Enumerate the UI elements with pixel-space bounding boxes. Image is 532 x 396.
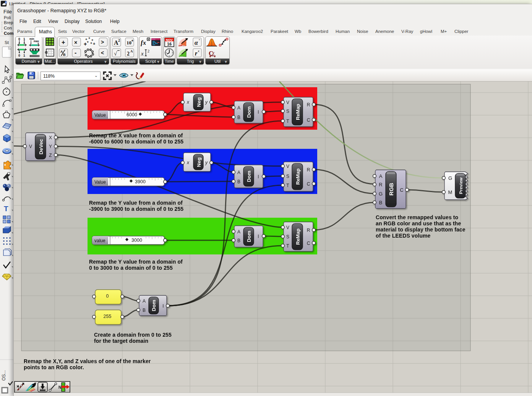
svg-text:Dom: Dom bbox=[246, 106, 252, 118]
svg-text:0: 0 bbox=[106, 293, 109, 299]
svg-text:S: S bbox=[286, 109, 289, 114]
svg-text:A: A bbox=[237, 170, 240, 175]
svg-text:B: B bbox=[237, 115, 240, 120]
svg-text:X: X bbox=[49, 135, 52, 140]
svg-text:2: 2 bbox=[118, 38, 120, 42]
svg-text:a: a bbox=[131, 38, 133, 42]
svg-text:an RGB color and use that as t: an RGB color and use that as the bbox=[376, 220, 461, 227]
svg-text:RGB: RGB bbox=[388, 183, 394, 196]
svg-text:G: G bbox=[379, 191, 383, 197]
svg-text:Dom: Dom bbox=[151, 300, 157, 311]
svg-text:-3900 to 3900 to a domain of 0: -3900 to 3900 to a domain of 0 to 255 bbox=[89, 206, 183, 212]
svg-text:Remap the Y value from a domai: Remap the Y value from a domain of bbox=[89, 259, 183, 265]
svg-text:St: St bbox=[5, 40, 9, 45]
svg-text:10: 10 bbox=[127, 40, 131, 46]
svg-text:I: I bbox=[162, 303, 164, 309]
svg-text:>: > bbox=[101, 39, 104, 45]
svg-text:2: 2 bbox=[148, 49, 149, 53]
svg-text:Value: Value bbox=[94, 179, 106, 185]
svg-text:OS...: OS... bbox=[1, 370, 6, 381]
svg-text:fx: fx bbox=[141, 39, 146, 46]
svg-text:S: S bbox=[286, 234, 289, 240]
svg-text:Brep: Brep bbox=[4, 20, 13, 25]
svg-text:M: M bbox=[448, 189, 453, 195]
svg-text:+: + bbox=[90, 41, 92, 45]
svg-text:α: α bbox=[195, 39, 198, 46]
svg-text:A: A bbox=[237, 105, 240, 111]
svg-text:Com: Com bbox=[4, 31, 14, 36]
svg-text:255: 255 bbox=[104, 314, 112, 319]
svg-text:°: ° bbox=[199, 38, 200, 42]
svg-text:value: value bbox=[94, 238, 105, 243]
svg-text:Y: Y bbox=[49, 144, 52, 149]
svg-text:y: y bbox=[205, 99, 208, 105]
svg-text:I: I bbox=[258, 109, 259, 115]
svg-text:DeVec: DeVec bbox=[38, 139, 44, 155]
svg-text:C: C bbox=[307, 241, 310, 246]
svg-text:Con: Con bbox=[4, 26, 12, 30]
svg-text:V: V bbox=[286, 164, 289, 169]
svg-text:+: + bbox=[62, 39, 65, 46]
svg-text:<: < bbox=[101, 50, 104, 56]
svg-text:ReMap: ReMap bbox=[295, 104, 301, 120]
svg-text:B: B bbox=[63, 53, 66, 57]
svg-text:ReMap: ReMap bbox=[295, 168, 301, 185]
svg-text:y: y bbox=[205, 160, 208, 165]
svg-text:+: + bbox=[84, 41, 87, 47]
svg-text:B: B bbox=[143, 308, 146, 313]
svg-text:x: x bbox=[212, 50, 215, 56]
svg-text:B: B bbox=[379, 200, 383, 205]
svg-text:R: R bbox=[307, 167, 310, 173]
svg-text:x: x bbox=[187, 160, 190, 165]
svg-text:T: T bbox=[286, 183, 289, 188]
svg-text:max: max bbox=[34, 40, 39, 42]
svg-text:+: + bbox=[87, 40, 89, 44]
svg-text:V: V bbox=[286, 225, 289, 230]
svg-text:A: A bbox=[379, 173, 383, 179]
svg-text:I: I bbox=[258, 234, 259, 239]
svg-text:A: A bbox=[237, 229, 240, 235]
svg-text:R: R bbox=[307, 102, 310, 108]
svg-text:C: C bbox=[307, 117, 310, 123]
svg-text:Create a domain from 0 to 255: Create a domain from 0 to 255 bbox=[94, 332, 172, 338]
svg-text:x: x bbox=[141, 51, 144, 57]
svg-text:×: × bbox=[74, 39, 77, 46]
svg-text:A: A bbox=[143, 298, 146, 304]
svg-text:Neg: Neg bbox=[196, 97, 202, 107]
svg-text:0: 0 bbox=[18, 54, 20, 57]
svg-text:NOV: NOV bbox=[166, 38, 173, 42]
svg-text:r: r bbox=[195, 50, 198, 57]
svg-text:Value: Value bbox=[94, 112, 106, 118]
svg-text:of the LEEDS volume: of the LEEDS volume bbox=[376, 233, 431, 239]
svg-text:Z: Z bbox=[49, 153, 52, 158]
svg-text:Neg: Neg bbox=[196, 157, 202, 167]
svg-text:16: 16 bbox=[167, 42, 172, 46]
svg-text:ReMap: ReMap bbox=[295, 228, 301, 245]
svg-text:points to an RGB color.: points to an RGB color. bbox=[24, 364, 84, 370]
svg-text:for the target domain: for the target domain bbox=[94, 338, 148, 344]
svg-text:B: B bbox=[237, 179, 240, 184]
svg-text:-6000 to 6000 to a domain of 0: -6000 to 6000 to a domain of 0 to 255 bbox=[89, 139, 183, 145]
svg-text:0 to 3000 to a domain of 0 to: 0 to 3000 to a domain of 0 to 255 bbox=[89, 265, 173, 271]
svg-text:V: V bbox=[286, 100, 289, 105]
svg-text:T: T bbox=[4, 205, 8, 213]
svg-text:Poli: Poli bbox=[4, 15, 11, 20]
svg-text:T: T bbox=[286, 119, 289, 124]
svg-text:File: File bbox=[3, 9, 12, 15]
svg-text:G: G bbox=[448, 175, 452, 181]
svg-text:N: N bbox=[58, 385, 61, 389]
svg-text:Remap the Y value from a domai: Remap the Y value from a domain of bbox=[89, 200, 183, 206]
svg-text:Remap the X,Y, and Z values of: Remap the X,Y, and Z values of one of th… bbox=[24, 358, 151, 364]
svg-text:T: T bbox=[286, 243, 289, 249]
svg-text:I: I bbox=[258, 174, 259, 179]
svg-text:Dom: Dom bbox=[246, 231, 252, 242]
svg-text:R: R bbox=[307, 228, 310, 233]
svg-text:x: x bbox=[187, 99, 190, 105]
svg-text:C: C bbox=[400, 187, 403, 193]
svg-text:+: + bbox=[88, 37, 90, 40]
svg-text:1: 1 bbox=[23, 54, 25, 57]
svg-text:2: 2 bbox=[127, 51, 130, 57]
svg-text:-: - bbox=[75, 49, 76, 56]
svg-text:c: c bbox=[198, 49, 200, 53]
svg-text:Remap the X value from a domai: Remap the X value from a domain of bbox=[89, 132, 183, 139]
